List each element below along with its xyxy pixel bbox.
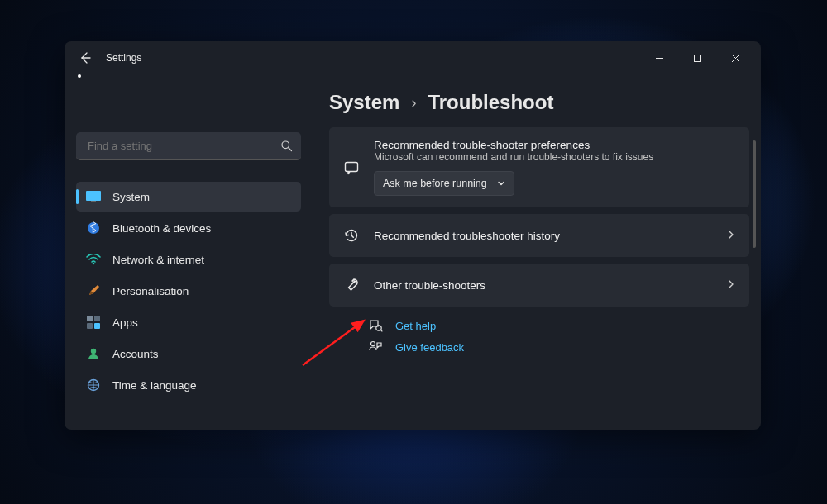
sidebar-item-label: Network & internet xyxy=(112,254,204,266)
link-label: Get help xyxy=(395,320,436,332)
chat-icon xyxy=(342,159,361,176)
sidebar-item-apps[interactable]: Apps xyxy=(76,307,301,337)
sidebar-item-label: Accounts xyxy=(112,348,159,360)
card-title: Recommended trouble-shooter preferences xyxy=(374,139,736,151)
sidebar-nav: System Bluetooth & devices Network & int… xyxy=(76,182,301,400)
scrollbar[interactable] xyxy=(753,140,756,421)
sidebar-item-time-language[interactable]: Time & language xyxy=(76,370,301,400)
sidebar-item-bluetooth[interactable]: Bluetooth & devices xyxy=(76,213,301,243)
sidebar-item-label: Apps xyxy=(112,316,138,329)
maximize-button[interactable] xyxy=(678,45,716,71)
search-icon xyxy=(280,140,293,152)
paintbrush-icon xyxy=(86,283,101,298)
settings-window: Settings System xyxy=(65,41,761,430)
chevron-right-icon: › xyxy=(411,94,416,112)
chevron-right-icon xyxy=(726,278,736,292)
user-indicator xyxy=(78,74,81,78)
card-recommended-preferences: Recommended trouble-shooter preferences … xyxy=(329,127,749,207)
chevron-right-icon xyxy=(726,228,736,243)
card-title: Other trouble-shooters xyxy=(374,279,713,292)
card-subtitle: Microsoft can recommend and run trouble-… xyxy=(374,151,736,163)
sidebar-item-label: Time & language xyxy=(112,379,197,392)
sidebar: System Bluetooth & devices Network & int… xyxy=(65,74,313,430)
breadcrumb: System › Troubleshoot xyxy=(329,74,749,127)
svg-point-13 xyxy=(376,326,381,330)
link-get-help[interactable]: Get help xyxy=(367,318,749,333)
apps-icon xyxy=(86,315,101,330)
card-other-troubleshooters[interactable]: Other trouble-shooters xyxy=(329,264,749,307)
svg-rect-9 xyxy=(94,323,100,329)
preference-dropdown[interactable]: Ask me before running xyxy=(374,171,514,196)
chevron-down-icon xyxy=(497,179,505,188)
card-troubleshooter-history[interactable]: Recommended troubleshooter history xyxy=(329,214,749,257)
window-title: Settings xyxy=(106,52,141,64)
globe-icon xyxy=(86,378,101,392)
svg-rect-6 xyxy=(87,316,93,321)
content-area: System Bluetooth & devices Network & int… xyxy=(65,74,761,430)
svg-point-10 xyxy=(91,349,96,354)
svg-point-5 xyxy=(93,263,95,265)
minimize-button[interactable] xyxy=(640,45,678,71)
search-box[interactable] xyxy=(76,132,301,160)
link-give-feedback[interactable]: Give feedback xyxy=(367,340,749,354)
svg-rect-12 xyxy=(346,162,358,171)
history-icon xyxy=(342,227,361,244)
dropdown-value: Ask me before running xyxy=(383,178,487,189)
wrench-icon xyxy=(342,277,361,293)
card-title: Recommended troubleshooter history xyxy=(374,230,713,242)
sidebar-item-accounts[interactable]: Accounts xyxy=(76,339,301,368)
sidebar-item-personalisation[interactable]: Personalisation xyxy=(76,276,301,306)
display-icon xyxy=(86,189,101,204)
sidebar-item-label: Personalisation xyxy=(112,285,189,297)
feedback-icon xyxy=(367,340,384,354)
back-button[interactable] xyxy=(78,50,93,65)
svg-rect-2 xyxy=(86,191,101,201)
sidebar-item-network[interactable]: Network & internet xyxy=(76,245,301,274)
bluetooth-icon xyxy=(86,221,101,235)
main-panel: System › Troubleshoot Recommended troubl… xyxy=(313,74,761,430)
link-label: Give feedback xyxy=(395,341,464,354)
help-chat-icon xyxy=(367,318,384,333)
sidebar-item-label: System xyxy=(112,191,150,203)
svg-rect-3 xyxy=(91,201,96,202)
search-input[interactable] xyxy=(88,140,280,152)
breadcrumb-root[interactable]: System xyxy=(329,91,399,114)
svg-point-1 xyxy=(282,141,289,149)
sidebar-item-label: Bluetooth & devices xyxy=(112,222,211,235)
svg-point-14 xyxy=(371,342,375,346)
scrollbar-thumb[interactable] xyxy=(753,140,756,248)
wifi-icon xyxy=(86,252,101,267)
close-button[interactable] xyxy=(716,45,754,71)
person-icon xyxy=(86,346,101,361)
sidebar-item-system[interactable]: System xyxy=(76,182,301,212)
page-title: Troubleshoot xyxy=(428,91,553,114)
svg-rect-0 xyxy=(694,55,700,61)
svg-rect-7 xyxy=(94,316,100,321)
help-links: Get help Give feedback xyxy=(329,313,749,354)
svg-rect-8 xyxy=(87,323,93,329)
titlebar: Settings xyxy=(65,41,761,74)
